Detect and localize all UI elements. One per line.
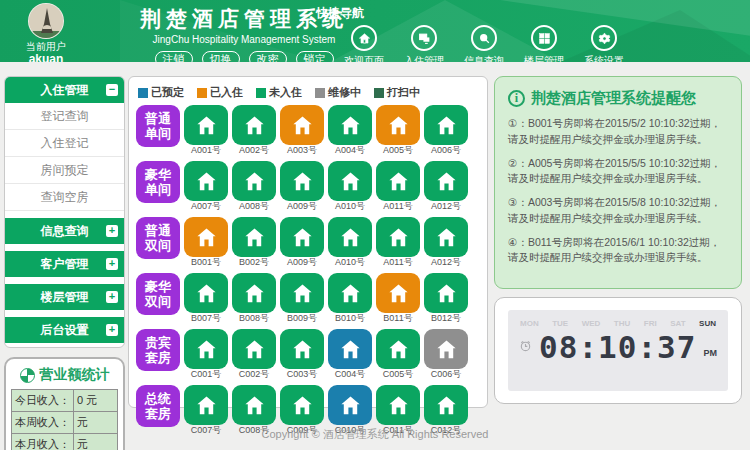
nav-item[interactable]: 系统设置 — [582, 25, 626, 62]
room-category-row: 普通单间A001号A002号A003号A004号A005号A006号 — [136, 105, 482, 155]
room-cell: B009号 — [280, 273, 324, 323]
house-icon — [435, 394, 458, 417]
room-cell: B002号 — [232, 217, 276, 267]
room-tile-C004号[interactable] — [328, 329, 372, 369]
collapse-icon[interactable]: − — [106, 84, 118, 96]
room-cell: B001号 — [184, 217, 228, 267]
room-tile-A009号[interactable] — [280, 217, 324, 257]
room-cell: C005号 — [376, 329, 420, 379]
room-category-row: 贵宾套房C001号C002号C003号C004号C005号C006号 — [136, 329, 482, 379]
session-button-改密[interactable]: 改密 — [249, 51, 287, 62]
room-tile-C003号[interactable] — [280, 329, 324, 369]
nav-item[interactable]: 入住管理 — [402, 25, 446, 62]
room-tile-A002号[interactable] — [232, 105, 276, 145]
house-icon — [435, 170, 458, 193]
nav-item[interactable]: 欢迎页面 — [342, 25, 386, 62]
clock-day-MON: MON — [520, 319, 539, 328]
nav-item[interactable]: 楼层管理 — [522, 25, 566, 62]
sidebar-menu-楼层管理[interactable]: 楼层管理+ — [5, 284, 124, 310]
room-name: B009号 — [280, 314, 324, 323]
room-tile-B010号[interactable] — [328, 273, 372, 313]
room-cell: A009号 — [280, 217, 324, 267]
room-tile-C012号[interactable] — [424, 385, 468, 425]
house-icon — [387, 282, 410, 305]
sidebar-menu-后台设置[interactable]: 后台设置+ — [5, 317, 124, 343]
room-tile-A012号[interactable] — [424, 161, 468, 201]
submenu-item-入住登记[interactable]: 入住登记 — [5, 130, 124, 157]
room-tile-A005号[interactable] — [376, 105, 420, 145]
room-name: A007号 — [184, 202, 228, 211]
room-tile-C011号[interactable] — [376, 385, 420, 425]
room-tile-B007号[interactable] — [184, 273, 228, 313]
room-tile-B008号[interactable] — [232, 273, 276, 313]
house-icon — [435, 282, 458, 305]
nav-item-label: 入住管理 — [402, 54, 446, 62]
room-tile-A003号[interactable] — [280, 105, 324, 145]
submenu: 登记查询入住登记房间预定查询空房 — [5, 103, 124, 211]
room-name: C001号 — [184, 370, 228, 379]
room-cell: C006号 — [424, 329, 468, 379]
room-tile-A011号[interactable] — [376, 161, 420, 201]
room-category-label-豪华双间: 豪华双间 — [136, 273, 180, 315]
room-tile-A004号[interactable] — [328, 105, 372, 145]
room-tile-B011号[interactable] — [376, 273, 420, 313]
room-tile-A001号[interactable] — [184, 105, 228, 145]
room-tile-A006号[interactable] — [424, 105, 468, 145]
room-tile-B012号[interactable] — [424, 273, 468, 313]
room-tile-B001号[interactable] — [184, 217, 228, 257]
house-icon — [339, 114, 362, 137]
sidebar-menu-信息查询[interactable]: 信息查询+ — [5, 218, 124, 244]
room-cell: A005号 — [376, 105, 420, 155]
room-tile-B002号[interactable] — [232, 217, 276, 257]
room-tile-B009号[interactable] — [280, 273, 324, 313]
legend-swatch — [138, 88, 148, 98]
house-icon — [291, 114, 314, 137]
reminder-title: i 荆楚酒店管理系统提醒您 — [508, 89, 728, 108]
room-tile-C010号[interactable] — [328, 385, 372, 425]
house-icon — [195, 170, 218, 193]
room-tile-A008号[interactable] — [232, 161, 276, 201]
room-tile-A007号[interactable] — [184, 161, 228, 201]
room-tile-C002号[interactable] — [232, 329, 276, 369]
room-category-label-普通单间: 普通单间 — [136, 105, 180, 147]
submenu-item-登记查询[interactable]: 登记查询 — [5, 103, 124, 130]
room-tile-C001号[interactable] — [184, 329, 228, 369]
expand-icon[interactable]: + — [106, 291, 118, 303]
revenue-label: 今日收入： — [12, 390, 74, 412]
clock-day-THU: THU — [614, 319, 630, 328]
session-button-切换[interactable]: 切换 — [202, 51, 240, 62]
room-tile-A011号[interactable] — [376, 217, 420, 257]
house-icon — [243, 226, 266, 249]
submenu-item-查询空房[interactable]: 查询空房 — [5, 184, 124, 211]
quick-nav-items: 欢迎页面入住管理信息查询楼层管理系统设置 — [342, 25, 626, 62]
info-icon: i — [508, 90, 525, 107]
house-icon — [339, 282, 362, 305]
clock-meridiem: PM — [703, 348, 717, 358]
room-name: C006号 — [424, 370, 468, 379]
room-tile-C005号[interactable] — [376, 329, 420, 369]
sidebar: 入住管理−登记查询入住登记房间预定查询空房信息查询+客户管理+楼层管理+后台设置… — [4, 76, 125, 450]
expand-icon[interactable]: + — [106, 258, 118, 270]
room-tile-A009号[interactable] — [280, 161, 324, 201]
nav-item[interactable]: 信息查询 — [462, 25, 506, 62]
room-name: A003号 — [280, 146, 324, 155]
room-tile-C008号[interactable] — [232, 385, 276, 425]
legend-item-打扫中: 打扫中 — [374, 85, 420, 100]
room-tile-A012号[interactable] — [424, 217, 468, 257]
house-icon — [195, 226, 218, 249]
submenu-item-房间预定[interactable]: 房间预定 — [5, 157, 124, 184]
expand-icon[interactable]: + — [106, 225, 118, 237]
session-button-注销[interactable]: 注销 — [155, 51, 193, 62]
sidebar-menu-客户管理[interactable]: 客户管理+ — [5, 251, 124, 277]
house-icon — [291, 338, 314, 361]
current-username: akuan — [10, 54, 82, 62]
room-tile-A010号[interactable] — [328, 217, 372, 257]
room-tile-A010号[interactable] — [328, 161, 372, 201]
room-tile-C007号[interactable] — [184, 385, 228, 425]
room-status-legend: 已预定已入住未入住维修中打扫中 — [138, 85, 482, 100]
expand-icon[interactable]: + — [106, 324, 118, 336]
clock-day-WED: WED — [582, 319, 601, 328]
sidebar-menu-入住管理[interactable]: 入住管理− — [5, 77, 124, 103]
room-tile-C006号[interactable] — [424, 329, 468, 369]
room-tile-C009号[interactable] — [280, 385, 324, 425]
